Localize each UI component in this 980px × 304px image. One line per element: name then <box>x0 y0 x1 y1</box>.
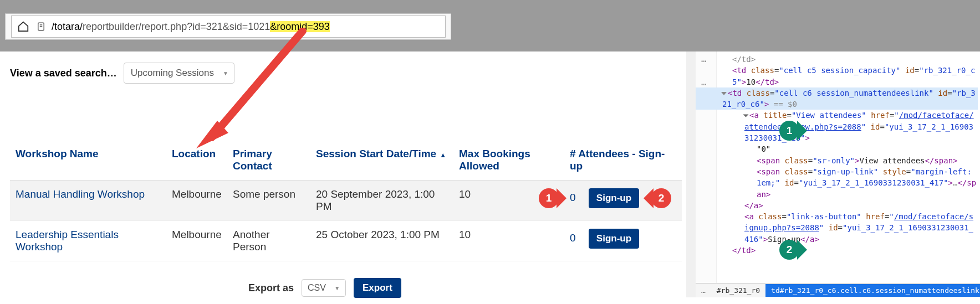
ellipsis-icon: … <box>701 77 707 87</box>
devtools-code[interactable]: </td> <td class="cell c5 session_capacit… <box>720 51 980 256</box>
annotation-red-2: 2 <box>651 188 671 208</box>
col-start-date[interactable]: Session Start Date/Time▲ <box>310 140 453 181</box>
cell-startdate: 20 September 2023, 1:00 PM <box>310 181 453 221</box>
table-row: Manual Handling Workshop Melbourne Some … <box>10 181 682 221</box>
expand-icon[interactable] <box>743 115 749 117</box>
attendees-count-link[interactable]: 0 <box>570 192 576 203</box>
code-line: <span class="sign-up-link" style="margin… <box>722 166 978 200</box>
cell-location: Melbourne <box>166 181 227 221</box>
workshop-link[interactable]: Manual Handling Workshop <box>16 188 145 200</box>
code-line: <a class="link-as-button" href="/mod/fac… <box>722 211 978 245</box>
saved-search-select[interactable]: Upcoming Sessions <box>124 63 234 84</box>
code-line: </td> <box>722 54 978 65</box>
report-table: Workshop Name Location Primary Contact S… <box>10 140 682 261</box>
cell-maxbookings: 10 <box>453 221 564 261</box>
breadcrumb-item[interactable]: #rb_321_r0 <box>711 284 765 297</box>
workshop-link[interactable]: Leadership Essentials Workshop <box>16 229 119 253</box>
site-info-icon[interactable] <box>36 21 47 32</box>
url-path: reportbuilder/report.php?id=321&sid=1021 <box>83 21 270 32</box>
expand-icon[interactable] <box>721 92 727 95</box>
cell-location: Melbourne <box>166 221 227 261</box>
table-header-row: Workshop Name Location Primary Contact S… <box>10 140 682 181</box>
code-line: <a title="View attendees" href="/mod/fac… <box>722 110 978 143</box>
url-highlight: &roomid=393 <box>270 21 330 32</box>
saved-search-label: View a saved search… <box>10 68 117 79</box>
annotation-teal-2: 2 <box>779 240 799 260</box>
cell-contact: Another Person <box>227 221 310 261</box>
cell-attendees: 0 Sign-up <box>564 221 682 261</box>
export-format-select[interactable]: CSV <box>302 279 346 297</box>
url-prefix: /totara/ <box>52 21 83 32</box>
col-location[interactable]: Location <box>166 140 227 181</box>
signup-button[interactable]: Sign-up <box>589 188 639 208</box>
col-workshop-name[interactable]: Workshop Name <box>10 140 166 181</box>
table-row: Leadership Essentials Workshop Melbourne… <box>10 221 682 261</box>
col-primary-contact[interactable]: Primary Contact <box>227 140 310 181</box>
export-button[interactable]: Export <box>354 278 401 298</box>
signup-button[interactable]: Sign-up <box>589 229 639 249</box>
annotation-teal-1: 1 <box>779 121 799 141</box>
code-line-selected[interactable]: <td class="cell c6 session_numattendeesl… <box>696 87 978 110</box>
export-row: Export as CSV Export <box>10 278 682 298</box>
ellipsis-icon: … <box>696 286 711 295</box>
saved-search-row: View a saved search… Upcoming Sessions <box>10 63 234 84</box>
cell-contact: Some person <box>227 181 310 221</box>
devtools-panel: … … </td> <td class="cell c5 session_cap… <box>696 51 980 297</box>
code-line: <td class="cell c5 session_capacity" id=… <box>722 65 978 87</box>
col-attendees-signup[interactable]: # Attendees - Sign-up <box>564 140 682 181</box>
export-label: Export as <box>248 282 294 294</box>
url-text: /totara/reportbuilder/report.php?id=321&… <box>52 21 330 33</box>
code-line: </td> <box>722 245 978 256</box>
code-line: "0" <box>722 143 978 154</box>
col-max-bookings[interactable]: Max Bookings Allowed <box>453 140 564 181</box>
scrollbar-track[interactable] <box>686 51 696 297</box>
url-bar[interactable]: /totara/reportbuilder/report.php?id=321&… <box>11 16 446 38</box>
attendees-count-link[interactable]: 0 <box>570 232 576 244</box>
cell-startdate: 25 October 2023, 1:00 PM <box>310 221 453 261</box>
breadcrumb-item-active[interactable]: td#rb_321_r0_c6.cell.c6.session_numatten… <box>765 284 980 297</box>
code-line: </a> <box>722 200 978 211</box>
code-line: <span class="sr-only">View attendees</sp… <box>722 155 978 166</box>
home-icon[interactable] <box>17 20 30 33</box>
annotation-red-1: 1 <box>539 188 559 208</box>
devtools-breadcrumb[interactable]: … #rb_321_r0 td#rb_321_r0_c6.cell.c6.ses… <box>696 283 980 297</box>
sort-asc-icon: ▲ <box>440 151 446 159</box>
ellipsis-icon: … <box>701 54 707 64</box>
